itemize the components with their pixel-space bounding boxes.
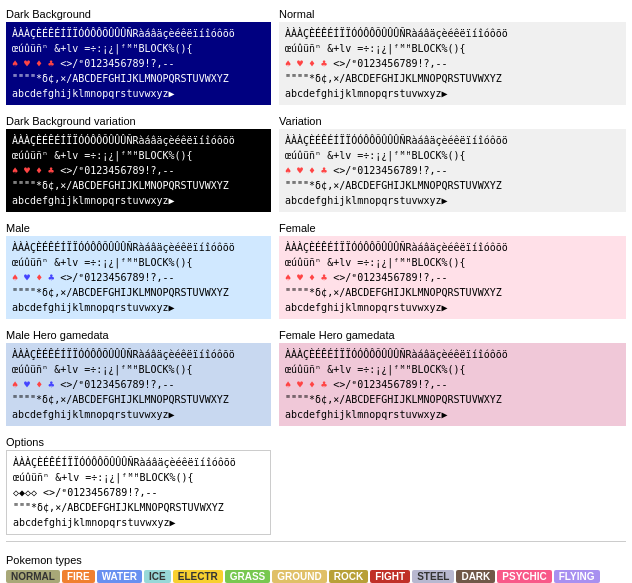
- v-line2: œúûüñⁿ &+lv =÷:¡¿|ᶠᴹᴴBLOCK%(){: [285, 148, 620, 163]
- mh-line3: ♠ ♥ ♦ ♣ <>/ᵉ0123456789!?,--: [12, 377, 265, 392]
- v-line5: abcdefghijklmnopqrstuvwxyz▶: [285, 193, 620, 208]
- female-label: Female: [279, 222, 626, 234]
- fh-line3: ♠ ♥ ♦ ♣ <>/ᵉ0123456789!?,--: [285, 377, 620, 392]
- mh-line4: """"*δ¢,×/ABCDEFGHIJKLMNOPQRSTUVWXYZ: [12, 392, 265, 407]
- o-line2: œúûüñⁿ &+lv =÷:¡¿|ᶠᴹᴴBLOCK%(){: [13, 470, 264, 485]
- mh-line5: abcdefghijklmnopqrstuvwxyz▶: [12, 407, 265, 422]
- options-block: ÀÀÀÇÈÉÊÉÍÏÏÓÓÔÔÕÛÛÛÑRàáâäçèéêëïíîóôõö œú…: [6, 450, 271, 535]
- male-hero-block: ÀÀÀÇÈÉÊÉÍÏÏÓÓÔÔÕÛÛÛÑRàáâäçèéêëïíîóôõö œú…: [6, 343, 271, 426]
- dv-line1: ÀÀÀÇÈÉÊÉÍÏÏÓÓÔÔÕÛÛÛÑRàáâäçèéêëïíîóôõö: [12, 133, 265, 148]
- variation-label: Variation: [279, 115, 626, 127]
- f-line3: ♠ ♥ ♦ ♣ <>/ᵉ0123456789!?,--: [285, 270, 620, 285]
- type-badge-steel: STEEL: [412, 570, 454, 583]
- f-line4: """"*δ¢,×/ABCDEFGHIJKLMNOPQRSTUVWXYZ: [285, 285, 620, 300]
- mh-line1: ÀÀÀÇÈÉÊÉÍÏÏÓÓÔÔÕÛÛÛÑRàáâäçèéêëïíîóôõö: [12, 347, 265, 362]
- m-line2: œúûüñⁿ &+lv =÷:¡¿|ᶠᴹᴴBLOCK%(){: [12, 255, 265, 270]
- m-line5: abcdefghijklmnopqrstuvwxyz▶: [12, 300, 265, 315]
- mh-line2: œúûüñⁿ &+lv =÷:¡¿|ᶠᴹᴴBLOCK%(){: [12, 362, 265, 377]
- dv-line5: abcdefghijklmnopqrstuvwxyz▶: [12, 193, 265, 208]
- db-line5: abcdefghijklmnopqrstuvwxyz▶: [12, 86, 265, 101]
- n-line4: """"*δ¢,×/ABCDEFGHIJKLMNOPQRSTUVWXYZ: [285, 71, 620, 86]
- dv-line2: œúûüñⁿ &+lv =÷:¡¿|ᶠᴹᴴBLOCK%(){: [12, 148, 265, 163]
- m-line1: ÀÀÀÇÈÉÊÉÍÏÏÓÓÔÔÕÛÛÛÑRàáâäçèéêëïíîóôõö: [12, 240, 265, 255]
- o-line1: ÀÀÀÇÈÉÊÉÍÏÏÓÓÔÔÕÛÛÛÑRàáâäçèéêëïíîóôõö: [13, 455, 264, 470]
- normal-label: Normal: [279, 8, 626, 20]
- dv-line4: """"*δ¢,×/ABCDEFGHIJKLMNOPQRSTUVWXYZ: [12, 178, 265, 193]
- fh-line5: abcdefghijklmnopqrstuvwxyz▶: [285, 407, 620, 422]
- female-hero-block: ÀÀÀÇÈÉÊÉÍÏÏÓÓÔÔÕÛÛÛÑRàáâäçèéêëïíîóôõö œú…: [279, 343, 626, 426]
- n-line2: œúûüñⁿ &+lv =÷:¡¿|ᶠᴹᴴBLOCK%(){: [285, 41, 620, 56]
- db-line2: œúûüñⁿ &+lv =÷:¡¿|ᶠᴹᴴBLOCK%(){: [12, 41, 265, 56]
- n-line5: abcdefghijklmnopqrstuvwxyz▶: [285, 86, 620, 101]
- fh-line4: """"*δ¢,×/ABCDEFGHIJKLMNOPQRSTUVWXYZ: [285, 392, 620, 407]
- type-badge-fire: FIRE: [62, 570, 95, 583]
- dv-line3: ♠ ♥ ♦ ♣ <>/ᵉ0123456789!?,--: [12, 163, 265, 178]
- db-line1: ÀÀÀÇÈÉÊÉÍÏÏÓÓÔÔÕÛÛÛÑRàáâäçèéêëïíîóôõö: [12, 26, 265, 41]
- db-line4: """"*δ¢,×/ABCDEFGHIJKLMNOPQRSTUVWXYZ: [12, 71, 265, 86]
- type-badge-water: WATER: [97, 570, 142, 583]
- type-badge-ice: ICE: [144, 570, 171, 583]
- male-label: Male: [6, 222, 271, 234]
- fh-line1: ÀÀÀÇÈÉÊÉÍÏÏÓÓÔÔÕÛÛÛÑRàáâäçèéêëïíîóôõö: [285, 347, 620, 362]
- type-badge-electr: ELECTR: [173, 570, 223, 583]
- pokemon-types-section: Pokemon types NORMALFIREWATERICEELECTRGR…: [6, 550, 626, 583]
- m-line3: ♠ ♥ ♦ ♣ <>/ᵉ0123456789!?,--: [12, 270, 265, 285]
- type-badge-fight: FIGHT: [370, 570, 410, 583]
- n-line1: ÀÀÀÇÈÉÊÉÍÏÏÓÓÔÔÕÛÛÛÑRàáâäçèéêëïíîóôõö: [285, 26, 620, 41]
- type-badge-flying: FLYING: [554, 570, 600, 583]
- options-label: Options: [6, 436, 271, 448]
- dark-background-block: ÀÀÀÇÈÉÊÉÍÏÏÓÓÔÔÕÛÛÛÑRàáâäçèéêëïíîóôõö œú…: [6, 22, 271, 105]
- normal-block: ÀÀÀÇÈÉÊÉÍÏÏÓÓÔÔÕÛÛÛÑRàáâäçèéêëïíîóôõö œú…: [279, 22, 626, 105]
- dark-background-label: Dark Background: [6, 8, 271, 20]
- dark-variation-block: ÀÀÀÇÈÉÊÉÍÏÏÓÓÔÔÕÛÛÛÑRàáâäçèéêëïíîóôõö œú…: [6, 129, 271, 212]
- variation-block: ÀÀÀÇÈÉÊÉÍÏÏÓÓÔÔÕÛÛÛÑRàáâäçèéêëïíîóôõö œú…: [279, 129, 626, 212]
- type-badge-psychic: PSYCHIC: [497, 570, 551, 583]
- type-badge-dark: DARK: [456, 570, 495, 583]
- v-line1: ÀÀÀÇÈÉÊÉÍÏÏÓÓÔÔÕÛÛÛÑRàáâäçèéêëïíîóôõö: [285, 133, 620, 148]
- db-line3: ♠ ♥ ♦ ♣ <>/ᵉ0123456789!?,--: [12, 56, 265, 71]
- o-line4: """*δ¢,×/ABCDEFGHIJKLMNOPQRSTUVWXYZ: [13, 500, 264, 515]
- m-line4: """"*δ¢,×/ABCDEFGHIJKLMNOPQRSTUVWXYZ: [12, 285, 265, 300]
- male-block: ÀÀÀÇÈÉÊÉÍÏÏÓÓÔÔÕÛÛÛÑRàáâäçèéêëïíîóôõö œú…: [6, 236, 271, 319]
- female-block: ÀÀÀÇÈÉÊÉÍÏÏÓÓÔÔÕÛÛÛÑRàáâäçèéêëïíîóôõö œú…: [279, 236, 626, 319]
- type-badge-grass: GRASS: [225, 570, 271, 583]
- type-badge-normal: NORMAL: [6, 570, 60, 583]
- female-hero-label: Female Hero gamedata: [279, 329, 626, 341]
- f-line1: ÀÀÀÇÈÉÊÉÍÏÏÓÓÔÔÕÛÛÛÑRàáâäçèéêëïíîóôõö: [285, 240, 620, 255]
- f-line5: abcdefghijklmnopqrstuvwxyz▶: [285, 300, 620, 315]
- v-line4: """"*δ¢,×/ABCDEFGHIJKLMNOPQRSTUVWXYZ: [285, 178, 620, 193]
- type-badge-ground: GROUND: [272, 570, 326, 583]
- pokemon-types-label: Pokemon types: [6, 554, 626, 566]
- v-line3: ♠ ♥ ♦ ♣ <>/ᵉ0123456789!?,--: [285, 163, 620, 178]
- dark-variation-label: Dark Background variation: [6, 115, 271, 127]
- n-line3: ♠ ♥ ♦ ♣ <>/ᵉ0123456789!?,--: [285, 56, 620, 71]
- type-badge-rock: ROCK: [329, 570, 368, 583]
- male-hero-label: Male Hero gamedata: [6, 329, 271, 341]
- o-line3: ◇◆◇◇ <>/ᵉ0123456789!?,--: [13, 485, 264, 500]
- o-line5: abcdefghijklmnopqrstuvwxyz▶: [13, 515, 264, 530]
- fh-line2: œúûüñⁿ &+lv =÷:¡¿|ᶠᴹᴴBLOCK%(){: [285, 362, 620, 377]
- divider: [6, 541, 626, 542]
- f-line2: œúûüñⁿ &+lv =÷:¡¿|ᶠᴹᴴBLOCK%(){: [285, 255, 620, 270]
- type-badges-container: NORMALFIREWATERICEELECTRGRASSGROUNDROCKF…: [6, 570, 626, 583]
